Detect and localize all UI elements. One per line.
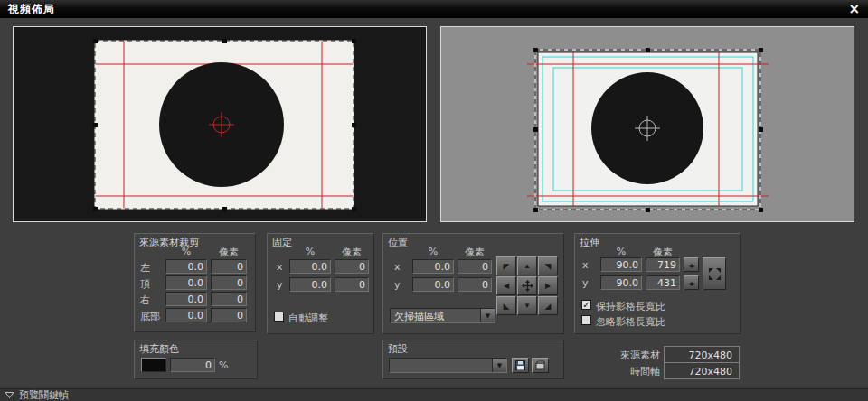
fixed-y-label: y xyxy=(277,279,283,291)
crop-top-pixels-input[interactable] xyxy=(211,275,247,290)
chevron-down-icon[interactable]: ▼ xyxy=(480,309,495,322)
arrow-left-icon: ◀ xyxy=(504,282,509,290)
pixel-header: 像素 xyxy=(458,246,492,259)
ignore-aspect-label: 忽略影格長寬比 xyxy=(596,315,665,329)
fit-height-button[interactable]: ◀▶ xyxy=(684,275,699,290)
center-position-button[interactable] xyxy=(517,276,537,295)
underscan-area-select[interactable]: 欠掃描區域 ▼ xyxy=(390,308,495,323)
nudge-up-button[interactable]: ▲ xyxy=(517,256,537,275)
group-fill-color: 填充顏色 % xyxy=(134,340,258,379)
fixed-y-pixels-input[interactable] xyxy=(335,277,369,292)
position-x-percent-input[interactable] xyxy=(412,259,454,274)
fill-color-swatch[interactable] xyxy=(141,358,166,372)
crop-left-label: 左 xyxy=(140,261,150,275)
fit-frame-button[interactable] xyxy=(703,257,726,290)
percent-header: % xyxy=(412,246,454,257)
arrow-up-left-icon: ◤ xyxy=(504,262,510,271)
crop-bottom-pixels-input[interactable] xyxy=(211,308,247,322)
crop-left-pixels-input[interactable] xyxy=(211,259,247,274)
group-position: 位置 % 像素 x y ◤ ▲ ◥ ◀ ▶ ◣ ▼ ◢ 欠掃描區域 xyxy=(382,233,564,334)
move-icon xyxy=(522,280,533,292)
source-format-value: 720x480 xyxy=(664,346,740,363)
box-icon xyxy=(535,360,545,370)
preset-select[interactable]: ▼ xyxy=(389,358,507,373)
auto-adjust-checkbox[interactable] xyxy=(274,312,284,322)
crop-right-pixels-input[interactable] xyxy=(211,292,247,306)
keyframe-section-label: 預覽關鍵幀 xyxy=(19,388,69,401)
ignore-aspect-checkbox[interactable] xyxy=(581,315,591,325)
group-title: 位置 xyxy=(388,236,408,249)
position-y-label: y xyxy=(394,279,401,291)
crop-top-label: 頂 xyxy=(140,277,150,291)
underscan-area-value: 欠掃描區域 xyxy=(391,309,480,322)
arrow-up-icon: ▲ xyxy=(524,262,531,270)
fill-opacity-unit: % xyxy=(219,359,228,371)
timeline-format-label: 時間軸 xyxy=(574,365,660,378)
group-title: 預設 xyxy=(388,342,408,356)
delete-preset-button[interactable] xyxy=(532,358,549,373)
expander-triangle-icon[interactable] xyxy=(5,391,14,399)
expand-corners-icon xyxy=(708,267,722,281)
position-y-pixels-input[interactable] xyxy=(458,277,492,292)
group-preset: 預設 ▼ xyxy=(382,340,564,379)
crop-right-label: 右 xyxy=(140,294,150,307)
group-title: 填充顏色 xyxy=(139,342,179,356)
group-stretch: 拉伸 % 像素 x ◀▶ y ◀▶ ✓ 保持影格長寬比 忽略影格長寬比 xyxy=(574,233,741,334)
fixed-x-percent-input[interactable] xyxy=(289,259,331,274)
save-preset-button[interactable] xyxy=(512,358,529,373)
output-preview-panel[interactable] xyxy=(440,26,854,222)
stretch-x-pixels-input[interactable] xyxy=(646,257,680,272)
pixel-header: 像素 xyxy=(335,246,369,259)
position-y-percent-input[interactable] xyxy=(412,277,454,292)
preset-value xyxy=(390,359,492,372)
crop-bottom-percent-input[interactable] xyxy=(165,308,207,322)
nudge-down-left-button[interactable]: ◣ xyxy=(496,296,516,315)
format-info-panel: 來源素材 720x480 時間軸 720x480 xyxy=(574,340,741,381)
nudge-left-button[interactable]: ◀ xyxy=(496,276,516,295)
pixel-header: 像素 xyxy=(211,246,247,259)
group-fixed: 固定 % 像素 x y 自動調整 xyxy=(267,233,374,334)
window-title: 視頻佈局 xyxy=(8,2,55,17)
fit-width-button[interactable]: ◀▶ xyxy=(684,257,699,272)
crop-right-percent-input[interactable] xyxy=(165,292,207,306)
keep-aspect-checkbox[interactable]: ✓ xyxy=(581,300,591,310)
arrows-left-right-icon: ◀▶ xyxy=(688,262,694,268)
nudge-right-button[interactable]: ▶ xyxy=(538,276,558,295)
stretch-x-label: x xyxy=(582,259,589,271)
nudge-down-right-button[interactable]: ◢ xyxy=(538,296,558,315)
chevron-down-icon[interactable]: ▼ xyxy=(492,359,506,372)
fixed-y-percent-input[interactable] xyxy=(289,277,331,292)
arrow-up-right-icon: ◥ xyxy=(545,262,552,271)
group-title: 拉伸 xyxy=(580,236,599,249)
arrow-down-left-icon: ◣ xyxy=(504,302,510,311)
group-source-crop: 來源素材裁剪 % 像素 左 頂 右 底部 xyxy=(134,233,256,332)
stretch-y-label: y xyxy=(582,277,589,289)
nudge-up-left-button[interactable]: ◤ xyxy=(496,256,516,275)
arrow-down-icon: ▼ xyxy=(524,302,531,310)
stretch-y-percent-input[interactable] xyxy=(600,275,642,290)
percent-header: % xyxy=(165,246,207,257)
fixed-x-pixels-input[interactable] xyxy=(335,259,369,274)
output-preview-canvas xyxy=(441,27,854,221)
stretch-y-pixels-input[interactable] xyxy=(646,275,680,290)
crop-left-percent-input[interactable] xyxy=(165,259,207,274)
floppy-disk-icon xyxy=(515,360,525,370)
close-icon[interactable]: × xyxy=(848,3,860,15)
arrows-left-right-icon: ◀▶ xyxy=(688,280,694,286)
nudge-up-right-button[interactable]: ◥ xyxy=(538,256,558,275)
source-preview-panel[interactable] xyxy=(13,26,427,222)
crop-top-percent-input[interactable] xyxy=(165,275,207,290)
keep-aspect-label: 保持影格長寬比 xyxy=(596,300,665,313)
position-x-label: x xyxy=(394,261,401,273)
position-x-pixels-input[interactable] xyxy=(458,259,492,274)
percent-header: % xyxy=(600,246,642,257)
nudge-down-button[interactable]: ▼ xyxy=(517,296,537,315)
stretch-x-percent-input[interactable] xyxy=(600,257,642,272)
video-layout-dialog: 視頻佈局 × xyxy=(0,0,868,401)
timeline-format-value: 720x480 xyxy=(664,362,740,379)
fill-opacity-input[interactable] xyxy=(170,358,215,372)
auto-adjust-label: 自動調整 xyxy=(288,312,328,325)
fixed-x-label: x xyxy=(277,261,283,273)
title-bar: 視頻佈局 × xyxy=(0,0,868,18)
arrow-right-icon: ▶ xyxy=(545,282,551,290)
